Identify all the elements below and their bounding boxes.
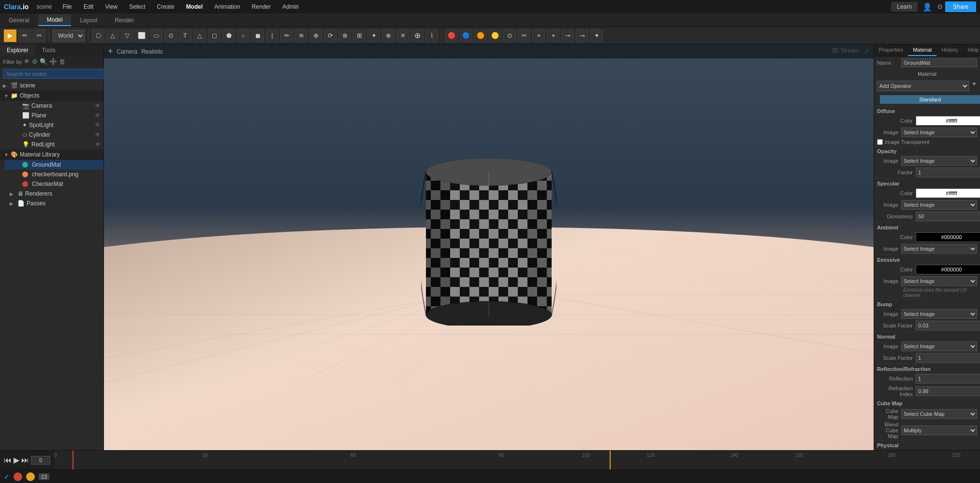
tree-item-scene[interactable]: ▶ 🎬 scene	[0, 81, 103, 90]
viewport-realistic-btn[interactable]: Realistic	[141, 48, 163, 55]
filter-icon-3[interactable]: 🔍	[40, 58, 47, 65]
cubemap-select[interactable]: Select Cube Map	[901, 409, 977, 419]
filter-icon-5[interactable]: 🗑	[59, 58, 65, 65]
tree-item-spotlight[interactable]: ✦ SpotLight 👁	[5, 120, 103, 130]
viewport[interactable]: + Camera Realistic 3D Stream ⤢	[104, 44, 874, 450]
ambient-color-input[interactable]	[916, 232, 980, 242]
emissive-image-select[interactable]: Select Image	[901, 276, 977, 286]
filter-icon-1[interactable]: 👁	[24, 58, 30, 65]
tab-general[interactable]: General	[0, 15, 38, 26]
tool-19[interactable]: ⊞	[353, 29, 366, 42]
tool-select[interactable]: ▶	[4, 29, 16, 42]
tool-20[interactable]: ✦	[367, 29, 380, 42]
tool-1[interactable]: ⬡	[92, 29, 104, 42]
tool-27[interactable]: 🟠	[474, 29, 487, 42]
reflection-input[interactable]	[916, 374, 980, 384]
tool-28[interactable]: 🟡	[489, 29, 501, 42]
rtab-properties[interactable]: Properties	[874, 44, 908, 56]
emissive-color-input[interactable]	[916, 265, 980, 274]
plane-vis[interactable]: 👁	[95, 112, 101, 119]
tool-cut[interactable]: ✂	[33, 29, 45, 42]
tree-item-redlight[interactable]: 💡 RedLight 👁	[5, 140, 103, 149]
viewport-add-btn[interactable]: +	[108, 46, 113, 57]
tool-paint[interactable]: ✏	[18, 29, 31, 42]
tool-24[interactable]: ⌇	[425, 29, 438, 42]
standard-button[interactable]: Standard	[880, 95, 980, 104]
tool-31[interactable]: ⌖	[532, 29, 545, 42]
search-input[interactable]	[3, 69, 106, 79]
tree-item-cylinder[interactable]: ⬭ Cylinder 👁	[5, 130, 103, 140]
tool-15[interactable]: ≋	[295, 29, 307, 42]
rtab-help[interactable]: Help	[963, 44, 980, 56]
filter-icon-2[interactable]: ⚙	[32, 58, 38, 65]
diffuse-color-input[interactable]	[916, 116, 980, 126]
menu-animation[interactable]: Animation	[209, 2, 245, 11]
world-dropdown[interactable]: World	[53, 30, 85, 42]
tool-29[interactable]: ⊙	[503, 29, 516, 42]
tool-18[interactable]: ⊗	[338, 29, 351, 42]
tool-16[interactable]: ⊕	[309, 29, 322, 42]
tool-7[interactable]: T	[179, 29, 191, 42]
tree-item-passes[interactable]: ▶ 📄 Passes	[0, 199, 103, 208]
play-button[interactable]: ▶	[14, 455, 19, 465]
normal-scale-input[interactable]	[916, 353, 980, 363]
timeline-bar[interactable]: 0 30 60 90 100 120 140 150 180 210	[54, 451, 980, 469]
add-operator-select[interactable]: Add Operator	[877, 81, 969, 91]
tool-2[interactable]: △	[106, 29, 119, 42]
diffuse-image-select[interactable]: Select Image	[901, 128, 977, 137]
tree-item-checkerboard[interactable]: checkerboard.png	[5, 170, 103, 179]
opacity-factor-input[interactable]	[916, 168, 980, 177]
menu-select[interactable]: Select	[124, 2, 150, 11]
tree-item-checkermat[interactable]: CheckerMat	[5, 179, 103, 189]
tree-item-renderers[interactable]: ▶ 🖥 Renderers	[0, 189, 103, 199]
bump-scale-input[interactable]	[916, 321, 980, 330]
tool-9[interactable]: ◻	[208, 29, 220, 42]
tool-14[interactable]: ✏	[280, 29, 293, 42]
menu-edit[interactable]: Edit	[79, 2, 99, 11]
tool-12[interactable]: ◼	[251, 29, 264, 42]
redlight-vis[interactable]: 👁	[95, 141, 101, 148]
learn-button[interactable]: Learn	[891, 2, 918, 12]
user-icon[interactable]: 👤	[920, 2, 935, 12]
menu-file[interactable]: File	[58, 2, 76, 11]
tool-34[interactable]: ⊸	[576, 29, 588, 42]
tool-5[interactable]: ⬭	[150, 29, 162, 42]
tab-model[interactable]: Model	[38, 14, 72, 26]
rtab-material[interactable]: Material	[908, 44, 936, 56]
tool-6[interactable]: ⊙	[164, 29, 177, 42]
tree-item-groundmat[interactable]: GroundMat	[5, 160, 103, 170]
tab-render[interactable]: Render	[106, 15, 142, 26]
tool-4[interactable]: ⬜	[135, 29, 148, 42]
tool-11[interactable]: ○	[237, 29, 249, 42]
viewport-camera-btn[interactable]: Camera	[117, 48, 138, 55]
tool-22[interactable]: ✕	[396, 29, 409, 42]
menu-view[interactable]: View	[100, 2, 122, 11]
tree-item-camera[interactable]: 📷 Camera 👁	[5, 101, 103, 111]
menu-render[interactable]: Render	[247, 2, 276, 11]
opacity-image-select[interactable]: Select Image	[901, 156, 977, 166]
camera-vis[interactable]: 👁	[95, 102, 101, 109]
tool-30[interactable]: ✂	[518, 29, 530, 42]
tab-tools[interactable]: Tools	[35, 44, 62, 56]
spotlight-vis[interactable]: 👁	[95, 122, 101, 128]
rewind-button[interactable]: ⏮	[4, 456, 12, 465]
tab-explorer[interactable]: Explorer	[0, 44, 35, 56]
frame-input[interactable]: 0	[31, 456, 50, 465]
specular-image-select[interactable]: Select Image	[901, 200, 977, 210]
refraction-input[interactable]	[916, 386, 980, 396]
fast-forward-button[interactable]: ⏭	[21, 456, 29, 465]
tab-layout[interactable]: Layout	[71, 15, 106, 26]
tool-21[interactable]: ⊕	[382, 29, 395, 42]
tool-26[interactable]: 🔵	[460, 29, 472, 42]
tool-8[interactable]: △	[193, 29, 206, 42]
normal-image-select[interactable]: Select Image	[901, 341, 977, 351]
tool-3[interactable]: ▽	[121, 29, 133, 42]
specular-color-input[interactable]	[916, 188, 980, 198]
tool-10[interactable]: ⬟	[222, 29, 235, 42]
tool-23[interactable]: ⊕	[411, 29, 424, 42]
ambient-image-select[interactable]: Select Image	[901, 244, 977, 254]
section-materials[interactable]: ▼ 🎨 Material Library	[0, 149, 103, 160]
cylinder-vis[interactable]: 👁	[95, 131, 101, 138]
menu-create[interactable]: Create	[152, 2, 179, 11]
tool-13[interactable]: |	[266, 29, 278, 42]
